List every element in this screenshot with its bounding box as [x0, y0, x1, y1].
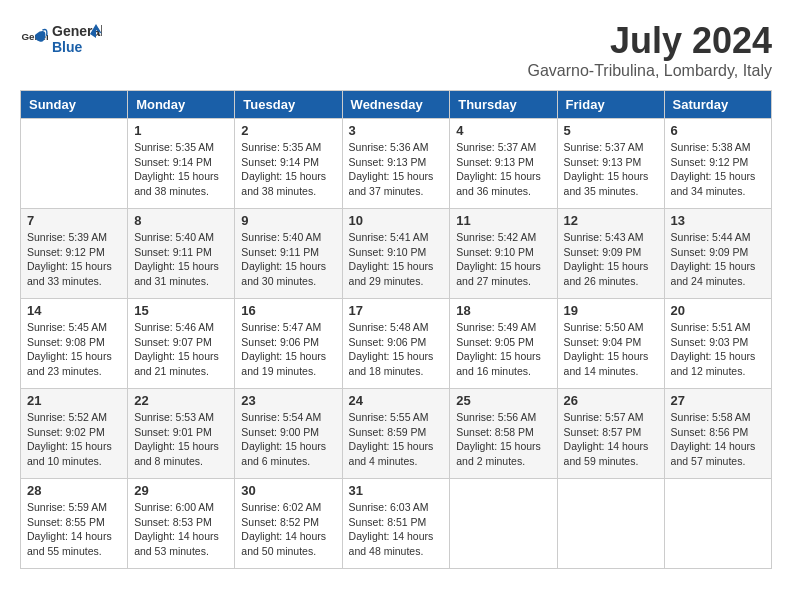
day-info: Sunrise: 5:36 AMSunset: 9:13 PMDaylight:… — [349, 140, 444, 199]
day-number: 11 — [456, 213, 550, 228]
header: General General Blue July 2024 Gavarno-T… — [20, 20, 772, 80]
day-info: Sunrise: 5:42 AMSunset: 9:10 PMDaylight:… — [456, 230, 550, 289]
day-number: 29 — [134, 483, 228, 498]
calendar-cell: 19Sunrise: 5:50 AMSunset: 9:04 PMDayligh… — [557, 299, 664, 389]
weekday-header-thursday: Thursday — [450, 91, 557, 119]
calendar-cell — [557, 479, 664, 569]
month-title: July 2024 — [527, 20, 772, 62]
day-info: Sunrise: 5:47 AMSunset: 9:06 PMDaylight:… — [241, 320, 335, 379]
calendar-cell: 9Sunrise: 5:40 AMSunset: 9:11 PMDaylight… — [235, 209, 342, 299]
calendar-cell: 5Sunrise: 5:37 AMSunset: 9:13 PMDaylight… — [557, 119, 664, 209]
calendar-cell: 2Sunrise: 5:35 AMSunset: 9:14 PMDaylight… — [235, 119, 342, 209]
day-info: Sunrise: 5:40 AMSunset: 9:11 PMDaylight:… — [134, 230, 228, 289]
calendar-cell: 16Sunrise: 5:47 AMSunset: 9:06 PMDayligh… — [235, 299, 342, 389]
calendar-cell: 3Sunrise: 5:36 AMSunset: 9:13 PMDaylight… — [342, 119, 450, 209]
day-number: 30 — [241, 483, 335, 498]
logo-text: General Blue — [52, 20, 102, 60]
day-info: Sunrise: 5:37 AMSunset: 9:13 PMDaylight:… — [564, 140, 658, 199]
day-number: 21 — [27, 393, 121, 408]
day-info: Sunrise: 5:52 AMSunset: 9:02 PMDaylight:… — [27, 410, 121, 469]
day-number: 25 — [456, 393, 550, 408]
day-number: 13 — [671, 213, 765, 228]
day-number: 1 — [134, 123, 228, 138]
day-info: Sunrise: 5:37 AMSunset: 9:13 PMDaylight:… — [456, 140, 550, 199]
calendar-cell: 20Sunrise: 5:51 AMSunset: 9:03 PMDayligh… — [664, 299, 771, 389]
calendar-cell: 30Sunrise: 6:02 AMSunset: 8:52 PMDayligh… — [235, 479, 342, 569]
day-number: 6 — [671, 123, 765, 138]
calendar-cell: 6Sunrise: 5:38 AMSunset: 9:12 PMDaylight… — [664, 119, 771, 209]
day-info: Sunrise: 5:43 AMSunset: 9:09 PMDaylight:… — [564, 230, 658, 289]
week-row-4: 21Sunrise: 5:52 AMSunset: 9:02 PMDayligh… — [21, 389, 772, 479]
calendar-cell: 25Sunrise: 5:56 AMSunset: 8:58 PMDayligh… — [450, 389, 557, 479]
calendar-cell: 23Sunrise: 5:54 AMSunset: 9:00 PMDayligh… — [235, 389, 342, 479]
calendar-cell — [21, 119, 128, 209]
calendar-cell: 24Sunrise: 5:55 AMSunset: 8:59 PMDayligh… — [342, 389, 450, 479]
day-info: Sunrise: 5:51 AMSunset: 9:03 PMDaylight:… — [671, 320, 765, 379]
day-info: Sunrise: 6:03 AMSunset: 8:51 PMDaylight:… — [349, 500, 444, 559]
day-number: 28 — [27, 483, 121, 498]
calendar-cell: 12Sunrise: 5:43 AMSunset: 9:09 PMDayligh… — [557, 209, 664, 299]
day-info: Sunrise: 5:53 AMSunset: 9:01 PMDaylight:… — [134, 410, 228, 469]
day-number: 4 — [456, 123, 550, 138]
day-info: Sunrise: 5:38 AMSunset: 9:12 PMDaylight:… — [671, 140, 765, 199]
week-row-5: 28Sunrise: 5:59 AMSunset: 8:55 PMDayligh… — [21, 479, 772, 569]
day-info: Sunrise: 5:50 AMSunset: 9:04 PMDaylight:… — [564, 320, 658, 379]
day-info: Sunrise: 5:44 AMSunset: 9:09 PMDaylight:… — [671, 230, 765, 289]
day-number: 14 — [27, 303, 121, 318]
day-info: Sunrise: 5:41 AMSunset: 9:10 PMDaylight:… — [349, 230, 444, 289]
week-row-3: 14Sunrise: 5:45 AMSunset: 9:08 PMDayligh… — [21, 299, 772, 389]
day-info: Sunrise: 6:00 AMSunset: 8:53 PMDaylight:… — [134, 500, 228, 559]
weekday-header-monday: Monday — [128, 91, 235, 119]
day-info: Sunrise: 5:39 AMSunset: 9:12 PMDaylight:… — [27, 230, 121, 289]
week-row-1: 1Sunrise: 5:35 AMSunset: 9:14 PMDaylight… — [21, 119, 772, 209]
calendar-cell: 1Sunrise: 5:35 AMSunset: 9:14 PMDaylight… — [128, 119, 235, 209]
day-number: 20 — [671, 303, 765, 318]
calendar-cell: 17Sunrise: 5:48 AMSunset: 9:06 PMDayligh… — [342, 299, 450, 389]
day-number: 18 — [456, 303, 550, 318]
calendar-cell: 11Sunrise: 5:42 AMSunset: 9:10 PMDayligh… — [450, 209, 557, 299]
calendar-cell: 28Sunrise: 5:59 AMSunset: 8:55 PMDayligh… — [21, 479, 128, 569]
day-number: 24 — [349, 393, 444, 408]
day-number: 19 — [564, 303, 658, 318]
calendar-cell: 7Sunrise: 5:39 AMSunset: 9:12 PMDaylight… — [21, 209, 128, 299]
day-number: 8 — [134, 213, 228, 228]
calendar-cell — [450, 479, 557, 569]
day-number: 31 — [349, 483, 444, 498]
weekday-header-sunday: Sunday — [21, 91, 128, 119]
day-info: Sunrise: 5:40 AMSunset: 9:11 PMDaylight:… — [241, 230, 335, 289]
calendar-table: SundayMondayTuesdayWednesdayThursdayFrid… — [20, 90, 772, 569]
day-info: Sunrise: 5:56 AMSunset: 8:58 PMDaylight:… — [456, 410, 550, 469]
day-number: 23 — [241, 393, 335, 408]
logo-svg: General Blue — [52, 20, 102, 60]
day-info: Sunrise: 5:46 AMSunset: 9:07 PMDaylight:… — [134, 320, 228, 379]
day-number: 9 — [241, 213, 335, 228]
day-number: 12 — [564, 213, 658, 228]
calendar-cell: 26Sunrise: 5:57 AMSunset: 8:57 PMDayligh… — [557, 389, 664, 479]
calendar-cell: 22Sunrise: 5:53 AMSunset: 9:01 PMDayligh… — [128, 389, 235, 479]
weekday-header-saturday: Saturday — [664, 91, 771, 119]
day-info: Sunrise: 5:48 AMSunset: 9:06 PMDaylight:… — [349, 320, 444, 379]
day-number: 16 — [241, 303, 335, 318]
day-info: Sunrise: 5:59 AMSunset: 8:55 PMDaylight:… — [27, 500, 121, 559]
title-area: July 2024 Gavarno-Tribulina, Lombardy, I… — [527, 20, 772, 80]
svg-text:Blue: Blue — [52, 39, 83, 55]
logo: General General Blue — [20, 20, 102, 60]
calendar-cell: 10Sunrise: 5:41 AMSunset: 9:10 PMDayligh… — [342, 209, 450, 299]
week-row-2: 7Sunrise: 5:39 AMSunset: 9:12 PMDaylight… — [21, 209, 772, 299]
day-number: 7 — [27, 213, 121, 228]
calendar-cell — [664, 479, 771, 569]
day-number: 26 — [564, 393, 658, 408]
calendar-cell: 27Sunrise: 5:58 AMSunset: 8:56 PMDayligh… — [664, 389, 771, 479]
day-info: Sunrise: 5:35 AMSunset: 9:14 PMDaylight:… — [134, 140, 228, 199]
day-info: Sunrise: 5:35 AMSunset: 9:14 PMDaylight:… — [241, 140, 335, 199]
day-number: 3 — [349, 123, 444, 138]
day-info: Sunrise: 5:49 AMSunset: 9:05 PMDaylight:… — [456, 320, 550, 379]
day-info: Sunrise: 5:58 AMSunset: 8:56 PMDaylight:… — [671, 410, 765, 469]
day-info: Sunrise: 5:57 AMSunset: 8:57 PMDaylight:… — [564, 410, 658, 469]
day-number: 2 — [241, 123, 335, 138]
weekday-header-friday: Friday — [557, 91, 664, 119]
day-number: 27 — [671, 393, 765, 408]
day-info: Sunrise: 5:54 AMSunset: 9:00 PMDaylight:… — [241, 410, 335, 469]
calendar-cell: 14Sunrise: 5:45 AMSunset: 9:08 PMDayligh… — [21, 299, 128, 389]
day-number: 15 — [134, 303, 228, 318]
